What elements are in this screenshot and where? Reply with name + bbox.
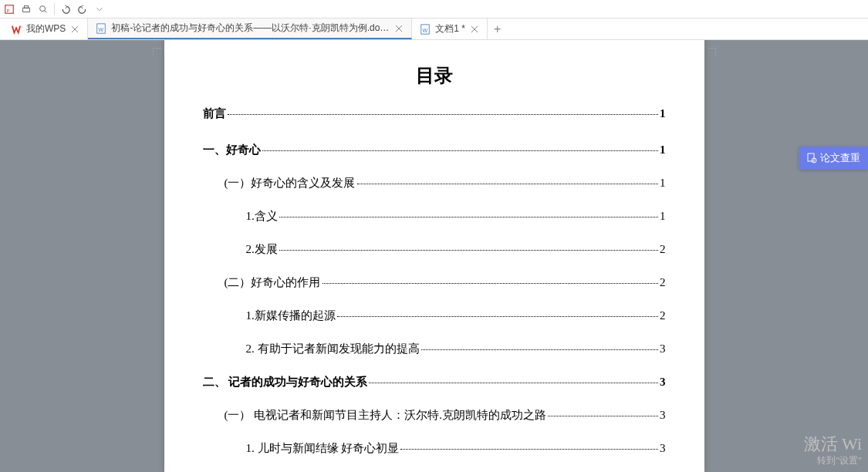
toc-entry[interactable]: 二、 记者的成功与好奇心的关系3	[203, 375, 666, 389]
document-workspace: 目录 前言1 一、好奇心1 (一）好奇心的含义及发展1 1.含义1 2.发展2 …	[0, 40, 868, 472]
side-button-label: 论文查重	[820, 151, 860, 165]
preview-icon[interactable]	[37, 3, 49, 15]
close-icon[interactable]	[70, 25, 79, 34]
close-icon[interactable]	[470, 25, 479, 34]
check-document-icon	[806, 153, 817, 164]
new-tab-button[interactable]: +	[488, 19, 507, 39]
svg-text:W: W	[423, 27, 428, 32]
svg-text:P: P	[7, 7, 10, 12]
svg-point-4	[40, 5, 46, 11]
toc-entry[interactable]: 2.发展2	[246, 242, 666, 257]
tab-label: 初稿-论记者的成功与好奇心的关系——以沃尔特·克朗凯特为例.docx *	[111, 22, 390, 35]
tab-label: 文档1 *	[435, 22, 465, 35]
svg-text:W: W	[99, 26, 104, 32]
document-page: 目录 前言1 一、好奇心1 (一）好奇心的含义及发展1 1.含义1 2.发展2 …	[164, 40, 704, 472]
toc-entry[interactable]: 一、好奇心1	[203, 143, 666, 157]
redo-icon[interactable]	[76, 3, 89, 15]
wps-logo-icon	[11, 24, 22, 35]
toc-entry[interactable]: 2. 有助于记者新闻发现能力的提高3	[246, 342, 666, 356]
separator	[54, 3, 55, 15]
word-doc-icon: W	[96, 23, 106, 34]
toc-entry[interactable]: (一）好奇心的含义及发展1	[225, 176, 666, 190]
tab-label: 我的WPS	[26, 22, 66, 35]
tab-document-1[interactable]: W 初稿-论记者的成功与好奇心的关系——以沃尔特·克朗凯特为例.docx *	[88, 19, 412, 39]
word-doc-icon: W	[420, 24, 431, 35]
plagiarism-check-button[interactable]: 论文查重	[799, 147, 868, 170]
tab-home[interactable]: 我的WPS	[3, 19, 88, 39]
toc-entry[interactable]: (二）好奇心的作用2	[225, 275, 666, 290]
svg-rect-2	[23, 8, 30, 12]
toc-title: 目录	[203, 63, 666, 88]
toc-entry[interactable]: 前言1	[203, 106, 666, 121]
tab-document-2[interactable]: W 文档1 *	[412, 19, 488, 39]
print-icon[interactable]	[20, 3, 32, 15]
toc-entry[interactable]: 1. 儿时与新闻结缘 好奇心初显3	[246, 441, 666, 456]
svg-line-5	[45, 10, 47, 12]
quick-access-toolbar: P	[0, 0, 868, 19]
toc-entry[interactable]: 1.含义1	[246, 209, 666, 224]
svg-rect-19	[808, 153, 814, 161]
table-of-contents: 前言1 一、好奇心1 (一）好奇心的含义及发展1 1.含义1 2.发展2 (二）…	[203, 106, 666, 472]
close-icon[interactable]	[394, 24, 404, 33]
toc-entry[interactable]: 1.新媒传播的起源2	[246, 308, 666, 323]
toc-entry[interactable]: (一） 电视记者和新闻节目主持人：沃尔特.克朗凯特的成功之路3	[225, 408, 666, 423]
pdf-icon[interactable]: P	[3, 3, 15, 15]
undo-icon[interactable]	[59, 3, 72, 15]
document-tabbar: 我的WPS W 初稿-论记者的成功与好奇心的关系——以沃尔特·克朗凯特为例.do…	[0, 19, 868, 40]
dropdown-icon[interactable]	[93, 3, 106, 15]
svg-rect-3	[24, 5, 28, 8]
